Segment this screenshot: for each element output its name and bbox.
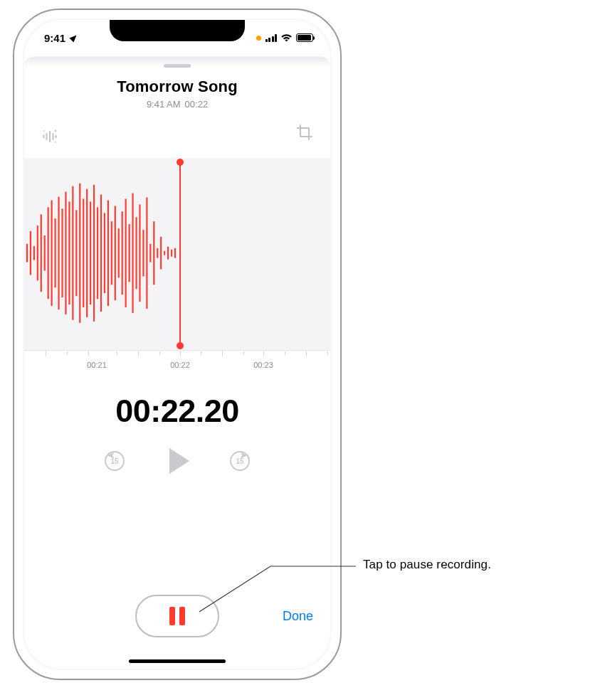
status-time: 9:41 <box>44 32 65 44</box>
battery-icon <box>296 33 313 42</box>
location-icon <box>70 33 79 42</box>
cellular-icon <box>265 34 278 42</box>
callout-text: Tap to pause recording. <box>363 558 491 572</box>
recording-indicator-icon <box>256 36 261 41</box>
notch <box>110 20 245 41</box>
wifi-icon <box>280 32 293 44</box>
